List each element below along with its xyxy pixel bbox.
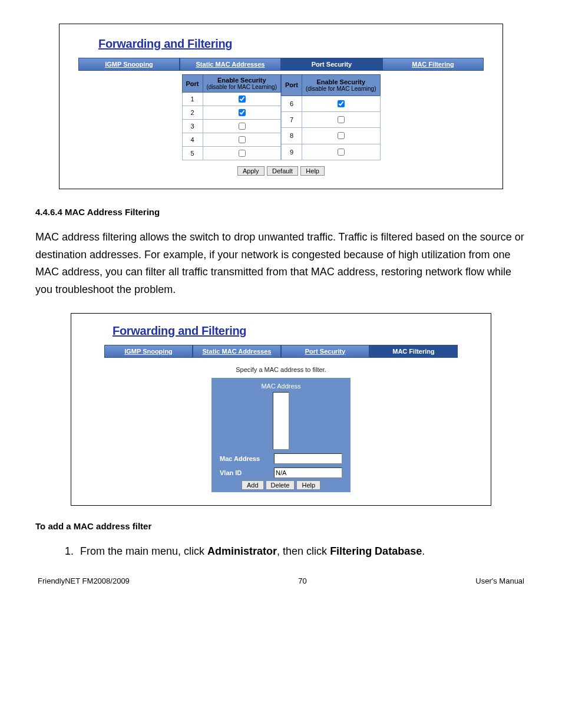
prompt-text: Specify a MAC address to filter. — [101, 366, 461, 373]
table-row: 4 — [182, 133, 281, 147]
delete-button[interactable]: Delete — [266, 480, 295, 490]
help-button[interactable]: Help — [296, 480, 320, 490]
enable-security-checkbox[interactable] — [338, 132, 345, 139]
col-port: Port — [282, 75, 302, 96]
button-row: Add Delete Help — [220, 480, 342, 490]
enable-security-checkbox[interactable] — [239, 136, 246, 143]
table-row: 1 — [182, 93, 281, 106]
screenshot-port-security: Forwarding and Filtering IGMP Snooping S… — [59, 24, 503, 189]
enable-security-checkbox[interactable] — [239, 123, 246, 130]
screenshot-mac-filtering: Forwarding and Filtering IGMP Snooping S… — [71, 313, 491, 506]
tab-port-security[interactable]: Port Security — [281, 345, 369, 358]
tab-bar: IGMP Snooping Static MAC Addresses Port … — [75, 58, 487, 71]
table-row: 8 — [282, 128, 381, 144]
enable-security-checkbox[interactable] — [239, 109, 246, 116]
page-footer: FriendlyNET FM2008/2009 70 User's Manual — [35, 577, 527, 585]
mac-filter-body: Specify a MAC address to filter. MAC Add… — [101, 361, 461, 495]
tab-static-mac[interactable]: Static MAC Addresses — [180, 58, 281, 71]
enable-security-checkbox[interactable] — [338, 149, 345, 156]
col-port: Port — [182, 75, 203, 93]
enable-security-checkbox[interactable] — [338, 100, 345, 107]
port-tables: Port Enable Security (disable for MAC Le… — [75, 74, 487, 160]
mac-filter-panel: MAC Address Mac Address Vlan ID Add Dele… — [211, 378, 351, 492]
footer-center: 70 — [298, 577, 306, 585]
footer-left: FriendlyNET FM2008/2009 — [38, 577, 130, 585]
apply-button[interactable]: Apply — [237, 166, 265, 176]
add-button[interactable]: Add — [242, 480, 264, 490]
panel-title: Forwarding and Filtering — [98, 37, 487, 51]
button-row: Apply Default Help — [75, 165, 487, 176]
mac-address-input[interactable] — [274, 453, 342, 464]
table-row: 7 — [282, 111, 381, 127]
table-row: 5 — [182, 147, 281, 160]
help-button[interactable]: Help — [300, 166, 325, 176]
section-heading: To add a MAC address filter — [35, 521, 527, 531]
col-enable: Enable Security (disable for MAC Learnin… — [302, 75, 381, 96]
list-header: MAC Address — [220, 383, 342, 390]
table-row: 2 — [182, 106, 281, 120]
body-paragraph: MAC address filtering allows the switch … — [35, 229, 527, 299]
tab-static-mac[interactable]: Static MAC Addresses — [193, 345, 281, 358]
tab-mac-filtering[interactable]: MAC Filtering — [369, 345, 458, 358]
vlan-id-input[interactable] — [274, 467, 342, 478]
tab-port-security[interactable]: Port Security — [281, 58, 382, 71]
port-table-left: Port Enable Security (disable for MAC Le… — [182, 74, 282, 160]
mac-address-label: Mac Address — [220, 455, 268, 462]
panel-title: Forwarding and Filtering — [113, 324, 461, 338]
col-enable: Enable Security (disable for MAC Learnin… — [203, 75, 281, 93]
mac-address-listbox[interactable] — [273, 392, 289, 450]
port-table-right: Port Enable Security (disable for MAC Le… — [281, 74, 381, 160]
section-heading: 4.4.6.4 MAC Address Filtering — [35, 207, 527, 217]
tab-igmp-snooping[interactable]: IGMP Snooping — [104, 345, 193, 358]
tab-igmp-snooping[interactable]: IGMP Snooping — [78, 58, 180, 71]
table-row: 3 — [182, 120, 281, 133]
instruction-list: From the main menu, click Administrator,… — [35, 543, 527, 560]
enable-security-checkbox[interactable] — [239, 150, 246, 157]
list-item: From the main menu, click Administrator,… — [77, 543, 527, 560]
tab-mac-filtering[interactable]: MAC Filtering — [382, 58, 484, 71]
mac-address-row: Mac Address — [220, 453, 342, 464]
vlan-id-row: Vlan ID — [220, 467, 342, 478]
table-row: 6 — [282, 95, 381, 111]
table-row: 9 — [282, 144, 381, 160]
footer-right: User's Manual — [475, 577, 524, 585]
enable-security-checkbox[interactable] — [239, 95, 246, 103]
vlan-id-label: Vlan ID — [220, 469, 268, 476]
enable-security-checkbox[interactable] — [338, 116, 345, 123]
tab-bar: IGMP Snooping Static MAC Addresses Port … — [101, 345, 461, 358]
default-button[interactable]: Default — [267, 166, 298, 176]
